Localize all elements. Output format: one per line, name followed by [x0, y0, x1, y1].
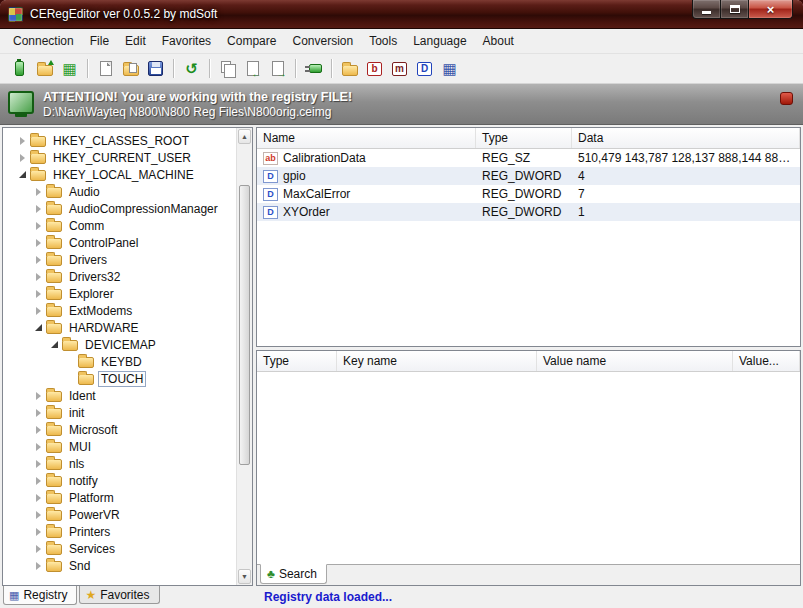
registry-value-row[interactable]: abCalibrationDataREG_SZ510,479 143,787 1… — [257, 149, 800, 167]
menu-item-favorites[interactable]: Favorites — [154, 30, 219, 52]
minimize-button[interactable] — [692, 0, 721, 19]
values-column-header-name[interactable]: Name — [257, 128, 476, 148]
tree-item-hkey-local-machine[interactable]: HKEY_LOCAL_MACHINE — [3, 166, 236, 183]
tree-item-drivers32[interactable]: Drivers32 — [3, 268, 236, 285]
expander-collapsed-icon[interactable] — [33, 458, 44, 469]
tree-item-notify[interactable]: notify — [3, 472, 236, 489]
expander-collapsed-icon[interactable] — [33, 390, 44, 401]
tree-item-printers[interactable]: Printers — [3, 523, 236, 540]
tree-item-comm[interactable]: Comm — [3, 217, 236, 234]
scroll-down-button[interactable]: ▼ — [238, 569, 251, 584]
expander-collapsed-icon[interactable] — [33, 237, 44, 248]
expander-expanded-icon[interactable] — [49, 339, 60, 350]
tree-item-keybd[interactable]: KEYBD — [3, 353, 236, 370]
tree-item-hkey-current-user[interactable]: HKEY_CURRENT_USER — [3, 149, 236, 166]
maximize-button[interactable] — [720, 0, 749, 19]
expander-collapsed-icon[interactable] — [33, 526, 44, 537]
search-column-header-value[interactable]: Value... — [733, 351, 800, 371]
export-table-button[interactable]: ▦ — [58, 57, 81, 80]
tab-favorites[interactable]: ★Favorites — [79, 586, 159, 604]
search-column-header-type[interactable]: Type — [257, 351, 337, 371]
menu-item-compare[interactable]: Compare — [219, 30, 284, 52]
values-column-header-data[interactable]: Data — [572, 128, 800, 148]
new-file-button[interactable] — [94, 57, 117, 80]
expander-collapsed-icon[interactable] — [33, 509, 44, 520]
expander-collapsed-icon[interactable] — [33, 271, 44, 282]
expander-collapsed-icon[interactable] — [33, 492, 44, 503]
menu-item-tools[interactable]: Tools — [361, 30, 405, 52]
tree-item-nls[interactable]: nls — [3, 455, 236, 472]
menu-item-connection[interactable]: Connection — [5, 30, 82, 52]
scroll-up-button[interactable]: ▲ — [238, 129, 251, 144]
title-bar[interactable]: CERegEditor ver 0.0.5.2 by mdSoft × — [0, 0, 803, 29]
registry-value-row[interactable]: DMaxCalErrorREG_DWORD7 — [257, 185, 800, 203]
tab-registry[interactable]: ▦Registry — [3, 586, 77, 605]
menu-item-conversion[interactable]: Conversion — [284, 30, 361, 52]
tree-item-ident[interactable]: Ident — [3, 387, 236, 404]
tree-item-services[interactable]: Services — [3, 540, 236, 557]
menu-item-language[interactable]: Language — [405, 30, 474, 52]
dword-value-icon: D — [417, 62, 432, 76]
search-column-header-key-name[interactable]: Key name — [337, 351, 537, 371]
expander-collapsed-icon[interactable] — [33, 475, 44, 486]
expander-collapsed-icon[interactable] — [33, 543, 44, 554]
tree-item-mui[interactable]: MUI — [3, 438, 236, 455]
tab-search[interactable]: ♣ Search — [260, 564, 327, 584]
tree-item-audiocompressionmanager[interactable]: AudioCompressionManager — [3, 200, 236, 217]
tree-item-powervr[interactable]: PowerVR — [3, 506, 236, 523]
expander-expanded-icon[interactable] — [33, 322, 44, 333]
undo-button[interactable]: ↺ — [180, 57, 203, 80]
tree-item-snd[interactable]: Snd — [3, 557, 236, 574]
expander-collapsed-icon[interactable] — [33, 424, 44, 435]
value-type-cell: REG_DWORD — [476, 187, 572, 201]
tree-item-controlpanel[interactable]: ControlPanel — [3, 234, 236, 251]
tree-item-microsoft[interactable]: Microsoft — [3, 421, 236, 438]
registry-view-button[interactable]: ▦ — [438, 57, 461, 80]
close-button[interactable]: × — [748, 0, 793, 19]
menu-item-file[interactable]: File — [82, 30, 117, 52]
scrollbar-thumb[interactable] — [239, 185, 250, 465]
open-key-button[interactable] — [338, 57, 361, 80]
expander-collapsed-icon[interactable] — [33, 560, 44, 571]
dword-value-button[interactable]: D — [413, 57, 436, 80]
search-column-header-value-name[interactable]: Value name — [537, 351, 733, 371]
tree-item-hkey-classes-root[interactable]: HKEY_CLASSES_ROOT — [3, 132, 236, 149]
expander-collapsed-icon[interactable] — [33, 305, 44, 316]
binary-value-button[interactable]: b — [363, 57, 386, 80]
expander-collapsed-icon[interactable] — [33, 203, 44, 214]
copy-button[interactable] — [216, 57, 239, 80]
expander-collapsed-icon[interactable] — [33, 220, 44, 231]
expander-collapsed-icon[interactable] — [33, 441, 44, 452]
tree-item-hardware[interactable]: HARDWARE — [3, 319, 236, 336]
expander-collapsed-icon[interactable] — [33, 254, 44, 265]
expander-expanded-icon[interactable] — [17, 169, 28, 180]
menu-item-about[interactable]: About — [475, 30, 522, 52]
expander-collapsed-icon[interactable] — [33, 288, 44, 299]
device-folder-button[interactable] — [33, 57, 56, 80]
export-reg-button[interactable] — [266, 57, 289, 80]
save-button[interactable] — [144, 57, 167, 80]
tree-item-drivers[interactable]: Drivers — [3, 251, 236, 268]
tree-item-audio[interactable]: Audio — [3, 183, 236, 200]
scrollbar-track[interactable] — [237, 145, 252, 568]
expander-collapsed-icon[interactable] — [33, 186, 44, 197]
values-column-header-type[interactable]: Type — [476, 128, 572, 148]
tree-item-devicemap[interactable]: DEVICEMAP — [3, 336, 236, 353]
tree-item-platform[interactable]: Platform — [3, 489, 236, 506]
expander-collapsed-icon[interactable] — [17, 135, 28, 146]
tree-item-explorer[interactable]: Explorer — [3, 285, 236, 302]
menu-item-edit[interactable]: Edit — [117, 30, 154, 52]
battery-button[interactable] — [8, 57, 31, 80]
open-file-button[interactable] — [119, 57, 142, 80]
import-reg-button[interactable] — [241, 57, 264, 80]
mui-value-button[interactable]: m — [388, 57, 411, 80]
tree-item-touch[interactable]: TOUCH — [3, 370, 236, 387]
tree-item-extmodems[interactable]: ExtModems — [3, 302, 236, 319]
tree-item-init[interactable]: init — [3, 404, 236, 421]
registry-value-row[interactable]: DgpioREG_DWORD4 — [257, 167, 800, 185]
expander-collapsed-icon[interactable] — [17, 152, 28, 163]
registry-value-row[interactable]: DXYOrderREG_DWORD1 — [257, 203, 800, 221]
tree-scrollbar[interactable]: ▲ ▼ — [236, 128, 252, 585]
connect-button[interactable] — [302, 57, 325, 80]
expander-collapsed-icon[interactable] — [33, 407, 44, 418]
